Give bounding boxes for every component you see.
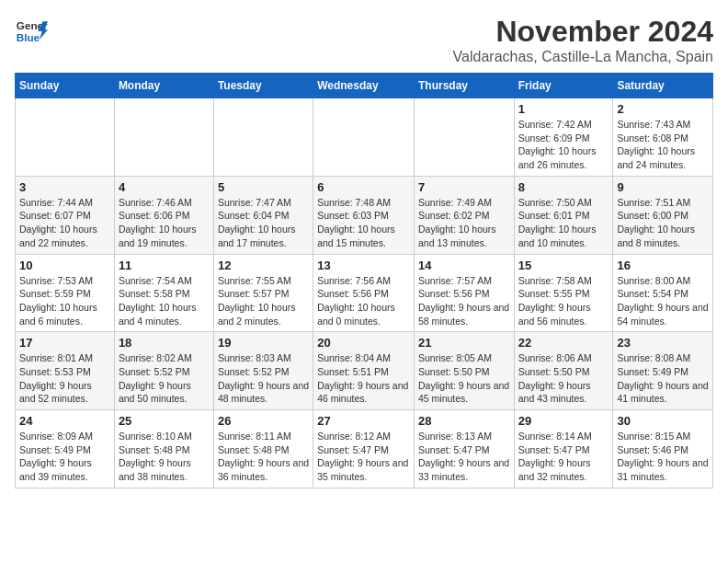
calendar-week-row: 17Sunrise: 8:01 AM Sunset: 5:53 PM Dayli… [16,332,713,410]
calendar-week-row: 1Sunrise: 7:42 AM Sunset: 6:09 PM Daylig… [16,98,713,177]
calendar-cell: 6Sunrise: 7:48 AM Sunset: 6:03 PM Daylig… [313,176,415,254]
day-number: 18 [119,336,210,350]
month-title: November 2024 [453,15,713,49]
calendar-cell: 1Sunrise: 7:42 AM Sunset: 6:09 PM Daylig… [514,98,613,177]
calendar-cell: 16Sunrise: 8:00 AM Sunset: 5:54 PM Dayli… [613,254,713,332]
day-number: 27 [317,414,410,428]
weekday-header: Wednesday [313,74,415,98]
day-info: Sunrise: 8:02 AM Sunset: 5:52 PM Dayligh… [119,351,210,406]
calendar-cell: 7Sunrise: 7:49 AM Sunset: 6:02 PM Daylig… [414,176,514,254]
calendar-cell: 2Sunrise: 7:43 AM Sunset: 6:08 PM Daylig… [613,98,713,177]
day-number: 8 [518,180,609,194]
day-info: Sunrise: 7:56 AM Sunset: 5:56 PM Dayligh… [317,274,410,328]
calendar-cell: 10Sunrise: 7:53 AM Sunset: 5:59 PM Dayli… [16,254,115,332]
calendar-cell [213,98,313,177]
day-number: 2 [617,102,709,116]
title-block: November 2024 Valdarachas, Castille-La M… [453,15,713,65]
day-number: 20 [317,336,410,350]
logo-icon: General Blue [15,15,48,48]
location-subtitle: Valdarachas, Castille-La Mancha, Spain [453,49,713,65]
day-number: 23 [617,336,709,350]
weekday-header: Tuesday [213,74,313,98]
day-number: 10 [19,259,110,272]
calendar-cell [313,98,415,177]
calendar-cell [16,98,115,177]
day-info: Sunrise: 8:05 AM Sunset: 5:50 PM Dayligh… [418,351,510,406]
calendar-cell: 27Sunrise: 8:12 AM Sunset: 5:47 PM Dayli… [313,410,415,488]
day-number: 7 [418,180,510,194]
calendar-cell: 4Sunrise: 7:46 AM Sunset: 6:06 PM Daylig… [114,176,213,254]
calendar-cell: 25Sunrise: 8:10 AM Sunset: 5:48 PM Dayli… [114,410,213,488]
calendar-cell: 17Sunrise: 8:01 AM Sunset: 5:53 PM Dayli… [16,332,115,410]
day-info: Sunrise: 7:53 AM Sunset: 5:59 PM Dayligh… [19,274,110,328]
calendar-cell: 13Sunrise: 7:56 AM Sunset: 5:56 PM Dayli… [313,254,415,332]
calendar-cell: 21Sunrise: 8:05 AM Sunset: 5:50 PM Dayli… [414,332,514,410]
calendar-cell: 28Sunrise: 8:13 AM Sunset: 5:47 PM Dayli… [414,410,514,488]
day-number: 19 [218,336,309,350]
day-info: Sunrise: 8:08 AM Sunset: 5:49 PM Dayligh… [617,351,709,406]
day-number: 6 [317,180,410,194]
day-info: Sunrise: 8:06 AM Sunset: 5:50 PM Dayligh… [518,351,609,406]
day-info: Sunrise: 8:01 AM Sunset: 5:53 PM Dayligh… [19,351,110,406]
day-info: Sunrise: 8:13 AM Sunset: 5:47 PM Dayligh… [418,430,510,484]
calendar-cell: 22Sunrise: 8:06 AM Sunset: 5:50 PM Dayli… [514,332,613,410]
day-info: Sunrise: 7:44 AM Sunset: 6:07 PM Dayligh… [19,196,110,250]
day-number: 11 [119,259,210,272]
calendar-week-row: 24Sunrise: 8:09 AM Sunset: 5:49 PM Dayli… [16,410,713,488]
day-info: Sunrise: 7:47 AM Sunset: 6:04 PM Dayligh… [218,196,309,250]
day-number: 29 [518,414,609,428]
day-info: Sunrise: 7:54 AM Sunset: 5:58 PM Dayligh… [119,274,210,328]
day-number: 25 [119,414,210,428]
day-number: 28 [418,414,510,428]
day-info: Sunrise: 8:15 AM Sunset: 5:46 PM Dayligh… [617,430,709,484]
day-info: Sunrise: 8:00 AM Sunset: 5:54 PM Dayligh… [617,274,709,328]
day-info: Sunrise: 8:11 AM Sunset: 5:48 PM Dayligh… [218,430,309,484]
weekday-header: Sunday [16,74,115,98]
calendar-cell: 24Sunrise: 8:09 AM Sunset: 5:49 PM Dayli… [16,410,115,488]
svg-text:Blue: Blue [17,31,40,43]
calendar-cell: 15Sunrise: 7:58 AM Sunset: 5:55 PM Dayli… [514,254,613,332]
calendar-week-row: 10Sunrise: 7:53 AM Sunset: 5:59 PM Dayli… [16,254,713,332]
day-number: 13 [317,259,410,272]
day-number: 3 [19,180,110,194]
day-number: 21 [418,336,510,350]
calendar-cell: 12Sunrise: 7:55 AM Sunset: 5:57 PM Dayli… [213,254,313,332]
weekday-header: Thursday [414,74,514,98]
calendar-cell: 29Sunrise: 8:14 AM Sunset: 5:47 PM Dayli… [514,410,613,488]
day-info: Sunrise: 7:57 AM Sunset: 5:56 PM Dayligh… [418,274,510,328]
calendar-cell: 5Sunrise: 7:47 AM Sunset: 6:04 PM Daylig… [213,176,313,254]
day-info: Sunrise: 7:58 AM Sunset: 5:55 PM Dayligh… [518,274,609,328]
day-info: Sunrise: 7:50 AM Sunset: 6:01 PM Dayligh… [518,196,609,250]
calendar-week-row: 3Sunrise: 7:44 AM Sunset: 6:07 PM Daylig… [16,176,713,254]
day-number: 30 [617,414,709,428]
day-info: Sunrise: 8:03 AM Sunset: 5:52 PM Dayligh… [218,351,309,406]
calendar-table: SundayMondayTuesdayWednesdayThursdayFrid… [15,73,713,488]
calendar-body: 1Sunrise: 7:42 AM Sunset: 6:09 PM Daylig… [16,98,713,488]
page-header: General Blue November 2024 Valdarachas, … [15,15,713,65]
day-number: 12 [218,259,309,272]
day-number: 22 [518,336,609,350]
logo: General Blue [15,15,48,48]
weekday-header: Friday [514,74,613,98]
day-info: Sunrise: 7:43 AM Sunset: 6:08 PM Dayligh… [617,118,709,172]
day-number: 15 [518,259,609,272]
day-info: Sunrise: 8:04 AM Sunset: 5:51 PM Dayligh… [317,351,410,406]
calendar-cell: 14Sunrise: 7:57 AM Sunset: 5:56 PM Dayli… [414,254,514,332]
calendar-cell: 19Sunrise: 8:03 AM Sunset: 5:52 PM Dayli… [213,332,313,410]
day-number: 16 [617,259,709,272]
day-info: Sunrise: 7:46 AM Sunset: 6:06 PM Dayligh… [119,196,210,250]
calendar-cell: 20Sunrise: 8:04 AM Sunset: 5:51 PM Dayli… [313,332,415,410]
calendar-cell: 9Sunrise: 7:51 AM Sunset: 6:00 PM Daylig… [613,176,713,254]
calendar-cell: 8Sunrise: 7:50 AM Sunset: 6:01 PM Daylig… [514,176,613,254]
day-number: 1 [518,102,609,116]
day-number: 14 [418,259,510,272]
day-number: 5 [218,180,309,194]
day-info: Sunrise: 7:48 AM Sunset: 6:03 PM Dayligh… [317,196,410,250]
day-info: Sunrise: 8:10 AM Sunset: 5:48 PM Dayligh… [119,430,210,484]
day-info: Sunrise: 8:12 AM Sunset: 5:47 PM Dayligh… [317,430,410,484]
day-info: Sunrise: 8:09 AM Sunset: 5:49 PM Dayligh… [19,430,110,484]
day-number: 24 [19,414,110,428]
day-info: Sunrise: 7:49 AM Sunset: 6:02 PM Dayligh… [418,196,510,250]
calendar-cell: 11Sunrise: 7:54 AM Sunset: 5:58 PM Dayli… [114,254,213,332]
weekday-header: Monday [114,74,213,98]
